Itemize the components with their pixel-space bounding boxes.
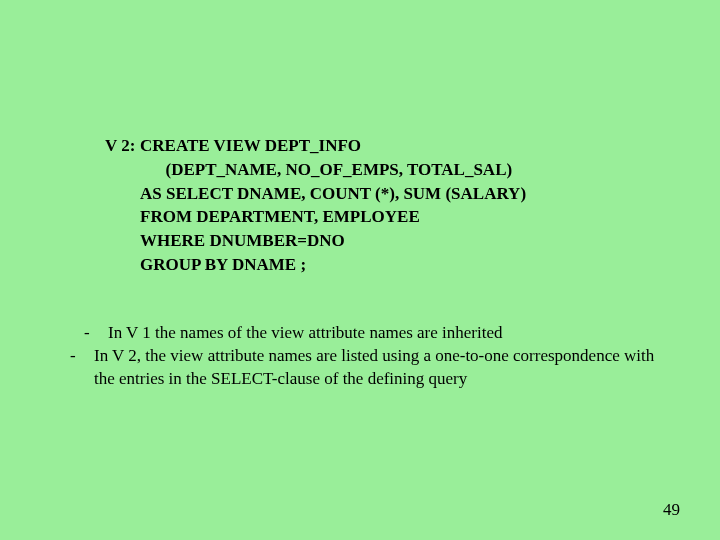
code-text-1: CREATE VIEW DEPT_INFO [140,136,361,155]
note-2-text: In V 2, the view attribute names are lis… [94,345,660,391]
code-text-4: FROM DEPARTMENT, EMPLOYEE [140,207,420,226]
page-number: 49 [663,500,680,520]
bullet-dash: - [84,322,108,345]
code-text-5: WHERE DNUMBER=DNO [140,231,345,250]
code-text-3: AS SELECT DNAME, COUNT (*), SUM (SALARY) [140,184,526,203]
code-line-2: (DEPT_NAME, NO_OF_EMPS, TOTAL_SAL) [105,158,526,182]
code-line-1: V 2:CREATE VIEW DEPT_INFO [105,134,526,158]
code-text-2: (DEPT_NAME, NO_OF_EMPS, TOTAL_SAL) [140,160,512,179]
sql-code-block: V 2:CREATE VIEW DEPT_INFO (DEPT_NAME, NO… [105,134,526,277]
bullet-dash: - [70,345,94,391]
code-label: V 2: [105,134,140,158]
note-1: - In V 1 the names of the view attribute… [84,322,660,345]
note-1-text: In V 1 the names of the view attribute n… [108,322,660,345]
code-text-6: GROUP BY DNAME ; [140,255,306,274]
note-2: - In V 2, the view attribute names are l… [70,345,660,391]
code-line-3: AS SELECT DNAME, COUNT (*), SUM (SALARY) [105,182,526,206]
notes-block: - In V 1 the names of the view attribute… [70,322,660,391]
slide: V 2:CREATE VIEW DEPT_INFO (DEPT_NAME, NO… [0,0,720,540]
code-line-4: FROM DEPARTMENT, EMPLOYEE [105,205,526,229]
code-line-6: GROUP BY DNAME ; [105,253,526,277]
code-line-5: WHERE DNUMBER=DNO [105,229,526,253]
